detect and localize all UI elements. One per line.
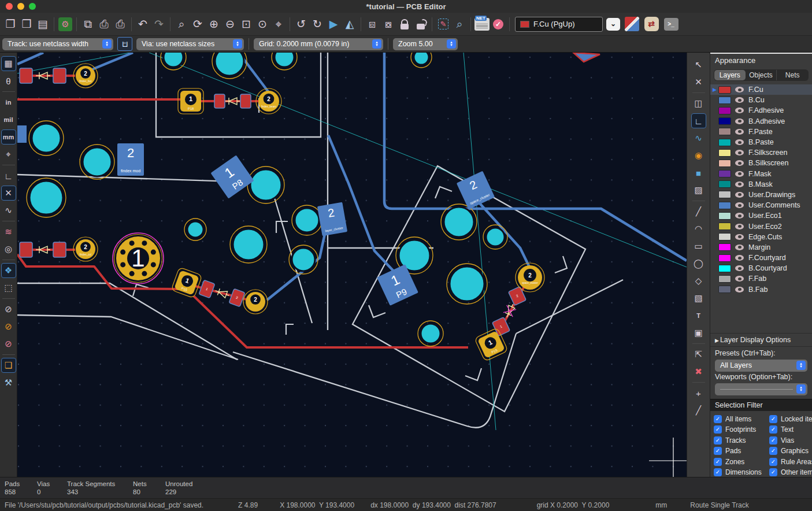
layer-color-swatch[interactable] (718, 243, 731, 251)
layer-color-swatch[interactable] (718, 212, 731, 220)
zoom-in[interactable]: ⊕ (206, 16, 222, 33)
layer-color-swatch[interactable] (718, 139, 731, 146)
add-filled-zone[interactable]: ■ (691, 165, 706, 180)
lock[interactable] (396, 16, 413, 33)
zoom-select[interactable]: Zoom 5.00 ▲▼ (393, 38, 458, 50)
layer-color-swatch[interactable] (718, 107, 731, 114)
checkbox-icon[interactable]: ✓ (769, 425, 777, 434)
mirror[interactable]: ◭ (342, 16, 358, 33)
flip-view[interactable]: ▶ (325, 16, 342, 33)
pad-outlines[interactable]: ◎ (1, 242, 16, 257)
interactive-tools[interactable]: ⚒ (1, 375, 16, 390)
layer-visibility-eye-icon[interactable] (735, 255, 744, 261)
viewports-select[interactable]: ▲▼ (715, 383, 807, 395)
swap-layers[interactable]: ⇄ (643, 16, 659, 33)
pcb-canvas[interactable]: 2findex mod1P82layer_cluster2space_clust… (17, 53, 687, 477)
zone-fill-mode[interactable]: ❖ (1, 263, 16, 278)
track-outlines[interactable]: ≋ (1, 224, 16, 239)
open-file[interactable]: ❒ (18, 16, 35, 33)
filter-other-items[interactable]: ✓Other items (769, 468, 812, 477)
layer-row-f.courtyard[interactable]: F.Courtyard (710, 253, 812, 263)
layer-color-swatch[interactable] (718, 286, 731, 293)
plugin-scripting[interactable]: ⚙ (57, 16, 73, 33)
layer-visibility-eye-icon[interactable] (735, 245, 744, 250)
units-inches[interactable]: in (1, 95, 16, 110)
layer-color-swatch[interactable] (718, 128, 731, 135)
track-posture-button[interactable]: ⊔ (117, 37, 132, 51)
crosshair-shape[interactable]: ⌖ (1, 147, 16, 162)
layer-row-b.courtyard[interactable]: B.Courtyard (710, 263, 812, 273)
layer-visibility-eye-icon[interactable] (735, 150, 744, 155)
layer-row-f.cu[interactable]: ▶F.Cu (710, 84, 812, 95)
filter-pads[interactable]: ✓Pads (714, 446, 769, 456)
measure-tool[interactable]: ╱ (691, 403, 706, 418)
checkbox-icon[interactable]: ✓ (714, 447, 722, 455)
checkbox-icon[interactable]: ✓ (769, 447, 777, 455)
draw-rectangle[interactable]: ▭ (691, 239, 706, 254)
filter-text[interactable]: ✓Text (769, 425, 812, 434)
checkbox-icon[interactable]: ✓ (714, 458, 722, 466)
add-rule-area[interactable]: ▨ (691, 183, 706, 198)
footprint-editor[interactable]: ✎ (435, 16, 451, 33)
polar-coordinates[interactable]: θ (1, 73, 16, 88)
layer-row-f.silkscreen[interactable]: F.Silkscreen (710, 147, 812, 158)
layer-display-options[interactable]: ▶Layer Display Options (710, 333, 812, 346)
unlock[interactable] (413, 16, 429, 33)
filter-graphics[interactable]: ✓Graphics (769, 446, 812, 456)
layer-color-swatch[interactable] (718, 117, 731, 125)
rotate-cw[interactable]: ↻ (309, 16, 325, 33)
add-text[interactable]: T (691, 308, 706, 323)
curved-ratsnest[interactable]: ∿ (1, 203, 16, 218)
delete-tool[interactable]: ✖ (691, 364, 706, 379)
zoom-to-objects[interactable]: ⊙ (254, 16, 270, 33)
library-browser[interactable]: ⌕ (451, 16, 468, 33)
new-file[interactable]: ❐ (2, 16, 18, 33)
layer-color-swatch[interactable] (718, 191, 731, 198)
undo[interactable]: ↶ (135, 16, 151, 33)
checkbox-icon[interactable]: ✓ (769, 415, 777, 423)
layer-color-swatch[interactable] (718, 86, 731, 94)
checkbox-icon[interactable]: ✓ (769, 458, 777, 466)
rotate-ccw[interactable]: ↺ (293, 16, 309, 33)
layer-color-swatch[interactable] (718, 149, 731, 157)
plot[interactable]: ⎙ (112, 16, 128, 33)
via-size-select[interactable]: Via: use netclass sizes ▲▼ (136, 38, 244, 50)
tab-objects[interactable]: Objects (746, 70, 777, 80)
layer-pair-indicator[interactable] (624, 16, 640, 33)
layer-visibility-eye-icon[interactable] (735, 213, 744, 219)
layer-visibility-eye-icon[interactable] (735, 129, 744, 135)
add-image[interactable]: ▧ (691, 291, 706, 306)
checkbox-icon[interactable]: ✓ (769, 436, 777, 445)
layer-combo-chevron-icon[interactable]: ⌄ (606, 18, 620, 31)
filter-footprints[interactable]: ✓Footprints (714, 425, 769, 434)
tab-layers[interactable]: Layers (714, 70, 746, 80)
layer-visibility-eye-icon[interactable] (735, 192, 744, 198)
filter-dimensions[interactable]: ✓Dimensions (714, 468, 769, 477)
redo[interactable]: ↷ (151, 16, 167, 33)
layer-row-b.mask[interactable]: B.Mask (710, 179, 812, 190)
add-footprint[interactable]: ◫ (691, 96, 706, 111)
layer-row-f.mask[interactable]: F.Mask (710, 169, 812, 179)
checkbox-icon[interactable]: ✓ (769, 468, 777, 476)
select-tool[interactable]: ↖ (691, 57, 706, 72)
draw-polygon[interactable]: ◇ (691, 273, 706, 288)
layer-visibility-eye-icon[interactable] (735, 97, 744, 103)
draw-circle[interactable]: ◯ (691, 256, 706, 271)
layer-color-swatch[interactable] (718, 202, 731, 209)
hide-tracks[interactable]: ⊘ (1, 336, 16, 351)
group[interactable]: ⧈ (364, 16, 380, 33)
layer-color-swatch[interactable] (718, 254, 731, 262)
zone-outline-mode[interactable]: ⬚ (1, 280, 16, 295)
checkbox-icon[interactable]: ✓ (714, 436, 722, 445)
hide-footprints[interactable]: ⊘ (1, 302, 16, 317)
refresh-view[interactable]: ⟳ (190, 16, 206, 33)
layer-visibility-eye-icon[interactable] (735, 171, 744, 177)
layer-visibility-eye-icon[interactable] (735, 87, 744, 92)
presets-select[interactable]: All Layers ▲▼ (715, 360, 807, 372)
layer-visibility-eye-icon[interactable] (735, 119, 744, 124)
layer-color-swatch[interactable] (718, 233, 731, 240)
layer-row-f.fab[interactable]: F.Fab (710, 273, 812, 284)
layer-visibility-eye-icon[interactable] (735, 224, 744, 229)
layer-visibility-eye-icon[interactable] (735, 202, 744, 208)
layer-row-f.adhesive[interactable]: F.Adhesive (710, 105, 812, 116)
